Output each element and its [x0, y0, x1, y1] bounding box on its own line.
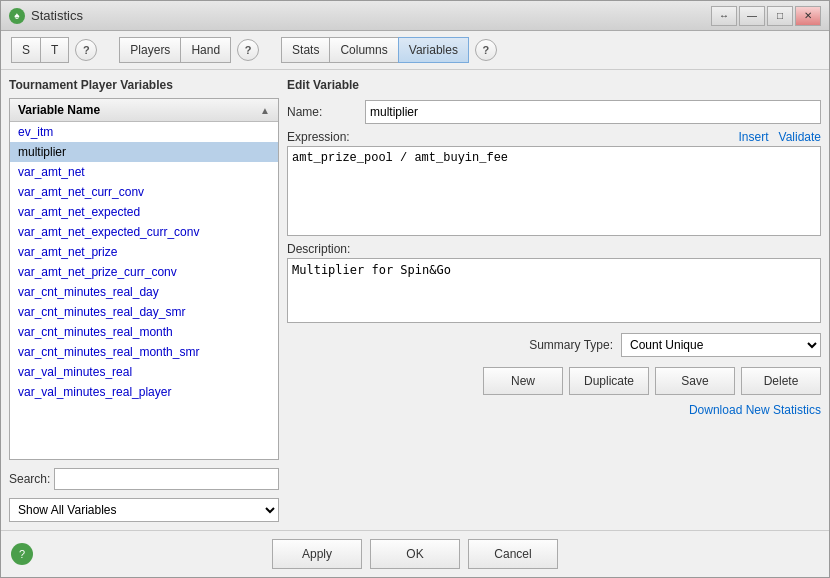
summary-row: Summary Type: Count UniqueSumAverageMinM… [287, 333, 821, 357]
window-title: Statistics [31, 8, 83, 23]
expression-header: Expression: Insert Validate [287, 130, 821, 144]
tab-columns[interactable]: Columns [329, 37, 397, 63]
search-input[interactable] [54, 468, 279, 490]
list-item[interactable]: var_amt_net [10, 162, 278, 182]
main-window: ♠ Statistics ↔ — □ ✕ S T ? Players Hand … [0, 0, 830, 578]
list-item[interactable]: var_amt_net_expected_curr_conv [10, 222, 278, 242]
expr-links: Insert Validate [739, 130, 822, 144]
tab-variables[interactable]: Variables [398, 37, 469, 63]
list-item[interactable]: var_cnt_minutes_real_month [10, 322, 278, 342]
show-vars-select[interactable]: Show All VariablesShow Custom VariablesS… [9, 498, 279, 522]
sub-tab-group: Stats Columns Variables [281, 37, 469, 63]
summary-select[interactable]: Count UniqueSumAverageMinMaxCount [621, 333, 821, 357]
minimize-button[interactable]: — [739, 6, 765, 26]
bottom-buttons: Apply OK Cancel [272, 539, 558, 569]
list-header: Variable Name ▲ [10, 99, 278, 122]
s-button[interactable]: S [11, 37, 40, 63]
list-item[interactable]: var_val_minutes_real_player [10, 382, 278, 402]
show-vars-row: Show All VariablesShow Custom VariablesS… [9, 498, 279, 522]
expression-textarea[interactable] [287, 146, 821, 236]
help-button-mid[interactable]: ? [237, 39, 259, 61]
list-item[interactable]: var_cnt_minutes_real_day [10, 282, 278, 302]
help-button-right[interactable]: ? [475, 39, 497, 61]
titlebar-left: ♠ Statistics [9, 8, 83, 24]
list-item[interactable]: var_amt_net_prize [10, 242, 278, 262]
maximize-button[interactable]: □ [767, 6, 793, 26]
new-button[interactable]: New [483, 367, 563, 395]
main-content: Tournament Player Variables Variable Nam… [1, 70, 829, 530]
sort-arrow-icon: ▲ [260, 105, 270, 116]
ok-button[interactable]: OK [370, 539, 460, 569]
cancel-button[interactable]: Cancel [468, 539, 558, 569]
name-input[interactable] [365, 100, 821, 124]
variable-list-container: Variable Name ▲ ev_itmmultipliervar_amt_… [9, 98, 279, 460]
list-item[interactable]: var_cnt_minutes_real_day_smr [10, 302, 278, 322]
download-link[interactable]: Download New Statistics [689, 403, 821, 417]
variable-list[interactable]: ev_itmmultipliervar_amt_netvar_amt_net_c… [10, 122, 278, 459]
help-green-icon[interactable]: ? [11, 543, 33, 565]
name-label: Name: [287, 105, 357, 119]
window-controls: ↔ — □ ✕ [711, 6, 821, 26]
list-item[interactable]: ev_itm [10, 122, 278, 142]
right-panel-title: Edit Variable [287, 78, 821, 92]
description-container: Description: [287, 242, 821, 323]
name-field-row: Name: [287, 100, 821, 124]
left-panel-title: Tournament Player Variables [9, 78, 279, 92]
right-panel: Edit Variable Name: Expression: Insert V… [287, 78, 821, 522]
st-button-group: S T [11, 37, 69, 63]
close-button[interactable]: ✕ [795, 6, 821, 26]
search-label: Search: [9, 472, 50, 486]
description-textarea[interactable] [287, 258, 821, 323]
left-panel: Tournament Player Variables Variable Nam… [9, 78, 279, 522]
action-btns-row: New Duplicate Save Delete [287, 367, 821, 395]
validate-link[interactable]: Validate [779, 130, 821, 144]
bottom-bar: ? Apply OK Cancel [1, 530, 829, 577]
list-item[interactable]: var_amt_net_curr_conv [10, 182, 278, 202]
titlebar: ♠ Statistics ↔ — □ ✕ [1, 1, 829, 31]
list-item[interactable]: multiplier [10, 142, 278, 162]
duplicate-button[interactable]: Duplicate [569, 367, 649, 395]
expression-container: Expression: Insert Validate [287, 130, 821, 236]
bottom-left: ? [11, 543, 33, 565]
tab-hand[interactable]: Hand [180, 37, 231, 63]
tab-players[interactable]: Players [119, 37, 180, 63]
apply-button[interactable]: Apply [272, 539, 362, 569]
expression-label: Expression: [287, 130, 357, 144]
search-row: Search: [9, 468, 279, 490]
save-button[interactable]: Save [655, 367, 735, 395]
help-button-left[interactable]: ? [75, 39, 97, 61]
list-item[interactable]: var_amt_net_expected [10, 202, 278, 222]
list-item[interactable]: var_amt_net_prize_curr_conv [10, 262, 278, 282]
toolbar: S T ? Players Hand ? Stats Columns Varia… [1, 31, 829, 70]
delete-button[interactable]: Delete [741, 367, 821, 395]
list-column-header: Variable Name [18, 103, 100, 117]
list-item[interactable]: var_cnt_minutes_real_month_smr [10, 342, 278, 362]
tab-stats[interactable]: Stats [281, 37, 329, 63]
main-tab-group: Players Hand [119, 37, 231, 63]
app-icon: ♠ [9, 8, 25, 24]
description-label: Description: [287, 242, 357, 256]
insert-link[interactable]: Insert [739, 130, 769, 144]
t-button[interactable]: T [40, 37, 69, 63]
arrows-button[interactable]: ↔ [711, 6, 737, 26]
summary-label: Summary Type: [529, 338, 613, 352]
description-header: Description: [287, 242, 821, 256]
list-item[interactable]: var_val_minutes_real [10, 362, 278, 382]
download-row: Download New Statistics [287, 403, 821, 417]
